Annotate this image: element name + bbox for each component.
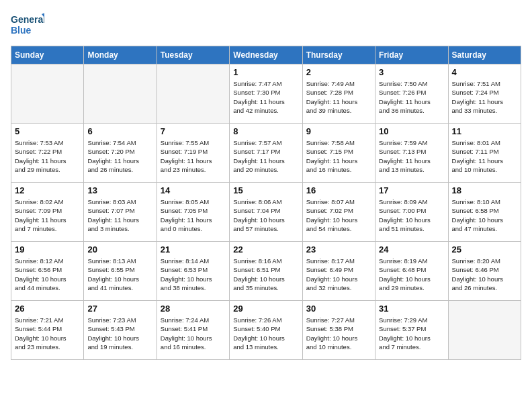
day-header-friday: Friday — [375, 46, 448, 64]
day-cell: 7Sunrise: 7:55 AM Sunset: 7:19 PM Daylig… — [157, 124, 229, 183]
svg-text:General: General — [11, 14, 44, 25]
day-number: 25 — [452, 244, 517, 255]
day-info: Sunrise: 8:17 AM Sunset: 6:49 PM Dayligh… — [306, 257, 371, 292]
day-cell — [11, 64, 84, 124]
calendar-table: SundayMondayTuesdayWednesdayThursdayFrid… — [11, 46, 521, 360]
day-info: Sunrise: 7:58 AM Sunset: 7:15 PM Dayligh… — [306, 138, 371, 174]
day-number: 21 — [161, 244, 226, 255]
day-cell: 23Sunrise: 8:17 AM Sunset: 6:49 PM Dayli… — [302, 242, 375, 301]
day-cell: 9Sunrise: 7:58 AM Sunset: 7:15 PM Daylig… — [302, 124, 375, 183]
logo: General Blue — [11, 11, 44, 38]
day-cell: 5Sunrise: 7:53 AM Sunset: 7:22 PM Daylig… — [11, 124, 84, 183]
day-cell: 6Sunrise: 7:54 AM Sunset: 7:20 PM Daylig… — [84, 124, 157, 183]
day-number: 4 — [452, 67, 517, 77]
week-row-2: 5Sunrise: 7:53 AM Sunset: 7:22 PM Daylig… — [11, 124, 521, 183]
day-info: Sunrise: 8:07 AM Sunset: 7:02 PM Dayligh… — [306, 197, 371, 233]
day-cell: 25Sunrise: 8:20 AM Sunset: 6:46 PM Dayli… — [448, 242, 521, 301]
day-cell: 27Sunrise: 7:23 AM Sunset: 5:43 PM Dayli… — [84, 301, 157, 360]
day-cell: 16Sunrise: 8:07 AM Sunset: 7:02 PM Dayli… — [302, 183, 375, 242]
day-header-saturday: Saturday — [448, 46, 521, 64]
day-number: 13 — [87, 185, 152, 195]
day-info: Sunrise: 8:16 AM Sunset: 6:51 PM Dayligh… — [233, 257, 298, 292]
day-cell — [448, 301, 521, 360]
day-cell: 12Sunrise: 8:02 AM Sunset: 7:09 PM Dayli… — [11, 183, 84, 242]
day-info: Sunrise: 8:02 AM Sunset: 7:09 PM Dayligh… — [15, 197, 80, 233]
day-cell: 4Sunrise: 7:51 AM Sunset: 7:24 PM Daylig… — [448, 64, 521, 124]
day-number: 8 — [233, 126, 298, 136]
day-number: 5 — [15, 126, 80, 136]
day-number: 23 — [306, 244, 371, 255]
day-number: 29 — [233, 304, 298, 314]
day-cell: 30Sunrise: 7:27 AM Sunset: 5:38 PM Dayli… — [302, 301, 375, 360]
day-info: Sunrise: 8:13 AM Sunset: 6:55 PM Dayligh… — [87, 257, 152, 292]
day-info: Sunrise: 8:12 AM Sunset: 6:56 PM Dayligh… — [15, 257, 80, 292]
day-number: 18 — [452, 185, 517, 195]
week-row-5: 26Sunrise: 7:21 AM Sunset: 5:44 PM Dayli… — [11, 301, 521, 360]
day-info: Sunrise: 8:19 AM Sunset: 6:48 PM Dayligh… — [379, 257, 444, 292]
day-number: 3 — [379, 67, 444, 77]
day-number: 22 — [233, 244, 298, 255]
day-header-wednesday: Wednesday — [230, 46, 302, 64]
day-info: Sunrise: 7:21 AM Sunset: 5:44 PM Dayligh… — [15, 316, 80, 351]
day-number: 19 — [15, 244, 80, 255]
day-number: 16 — [306, 185, 371, 195]
days-header-row: SundayMondayTuesdayWednesdayThursdayFrid… — [11, 46, 521, 64]
day-info: Sunrise: 8:06 AM Sunset: 7:04 PM Dayligh… — [233, 197, 298, 233]
day-cell: 17Sunrise: 8:09 AM Sunset: 7:00 PM Dayli… — [375, 183, 448, 242]
day-info: Sunrise: 7:49 AM Sunset: 7:28 PM Dayligh… — [306, 79, 371, 115]
logo-svg: General Blue — [11, 11, 44, 38]
day-cell — [84, 64, 157, 124]
day-info: Sunrise: 7:59 AM Sunset: 7:13 PM Dayligh… — [379, 138, 444, 174]
day-number: 1 — [233, 67, 298, 77]
day-cell: 15Sunrise: 8:06 AM Sunset: 7:04 PM Dayli… — [230, 183, 302, 242]
week-row-3: 12Sunrise: 8:02 AM Sunset: 7:09 PM Dayli… — [11, 183, 521, 242]
day-cell: 19Sunrise: 8:12 AM Sunset: 6:56 PM Dayli… — [11, 242, 84, 301]
day-info: Sunrise: 7:23 AM Sunset: 5:43 PM Dayligh… — [87, 316, 152, 351]
day-cell: 22Sunrise: 8:16 AM Sunset: 6:51 PM Dayli… — [230, 242, 302, 301]
day-cell: 24Sunrise: 8:19 AM Sunset: 6:48 PM Dayli… — [375, 242, 448, 301]
day-info: Sunrise: 8:09 AM Sunset: 7:00 PM Dayligh… — [379, 197, 444, 233]
day-number: 7 — [161, 126, 226, 136]
day-cell: 11Sunrise: 8:01 AM Sunset: 7:11 PM Dayli… — [448, 124, 521, 183]
day-cell — [157, 64, 229, 124]
day-cell: 8Sunrise: 7:57 AM Sunset: 7:17 PM Daylig… — [230, 124, 302, 183]
day-info: Sunrise: 8:01 AM Sunset: 7:11 PM Dayligh… — [452, 138, 517, 174]
day-number: 11 — [452, 126, 517, 136]
day-info: Sunrise: 8:20 AM Sunset: 6:46 PM Dayligh… — [452, 257, 517, 292]
day-cell: 18Sunrise: 8:10 AM Sunset: 6:58 PM Dayli… — [448, 183, 521, 242]
day-cell: 13Sunrise: 8:03 AM Sunset: 7:07 PM Dayli… — [84, 183, 157, 242]
day-number: 6 — [87, 126, 152, 136]
day-number: 24 — [379, 244, 444, 255]
day-info: Sunrise: 7:50 AM Sunset: 7:26 PM Dayligh… — [379, 79, 444, 115]
day-info: Sunrise: 8:05 AM Sunset: 7:05 PM Dayligh… — [161, 197, 226, 233]
day-cell: 26Sunrise: 7:21 AM Sunset: 5:44 PM Dayli… — [11, 301, 84, 360]
day-header-sunday: Sunday — [11, 46, 84, 64]
day-number: 20 — [87, 244, 152, 255]
day-header-tuesday: Tuesday — [157, 46, 229, 64]
page-header: General Blue — [11, 11, 521, 38]
day-info: Sunrise: 7:26 AM Sunset: 5:40 PM Dayligh… — [233, 316, 298, 351]
day-number: 2 — [306, 67, 371, 77]
day-number: 10 — [379, 126, 444, 136]
day-number: 30 — [306, 304, 371, 314]
day-number: 9 — [306, 126, 371, 136]
day-info: Sunrise: 8:14 AM Sunset: 6:53 PM Dayligh… — [161, 257, 226, 292]
week-row-4: 19Sunrise: 8:12 AM Sunset: 6:56 PM Dayli… — [11, 242, 521, 301]
day-info: Sunrise: 8:03 AM Sunset: 7:07 PM Dayligh… — [87, 197, 152, 233]
day-cell: 3Sunrise: 7:50 AM Sunset: 7:26 PM Daylig… — [375, 64, 448, 124]
day-cell: 31Sunrise: 7:29 AM Sunset: 5:37 PM Dayli… — [375, 301, 448, 360]
day-info: Sunrise: 7:54 AM Sunset: 7:20 PM Dayligh… — [87, 138, 152, 174]
day-cell: 29Sunrise: 7:26 AM Sunset: 5:40 PM Dayli… — [230, 301, 302, 360]
day-info: Sunrise: 7:57 AM Sunset: 7:17 PM Dayligh… — [233, 138, 298, 174]
day-number: 14 — [161, 185, 226, 195]
day-info: Sunrise: 7:27 AM Sunset: 5:38 PM Dayligh… — [306, 316, 371, 351]
day-number: 28 — [161, 304, 226, 314]
day-cell: 2Sunrise: 7:49 AM Sunset: 7:28 PM Daylig… — [302, 64, 375, 124]
day-info: Sunrise: 7:24 AM Sunset: 5:41 PM Dayligh… — [161, 316, 226, 351]
day-header-thursday: Thursday — [302, 46, 375, 64]
day-cell: 20Sunrise: 8:13 AM Sunset: 6:55 PM Dayli… — [84, 242, 157, 301]
day-cell: 21Sunrise: 8:14 AM Sunset: 6:53 PM Dayli… — [157, 242, 229, 301]
day-number: 17 — [379, 185, 444, 195]
day-number: 27 — [87, 304, 152, 314]
day-number: 15 — [233, 185, 298, 195]
